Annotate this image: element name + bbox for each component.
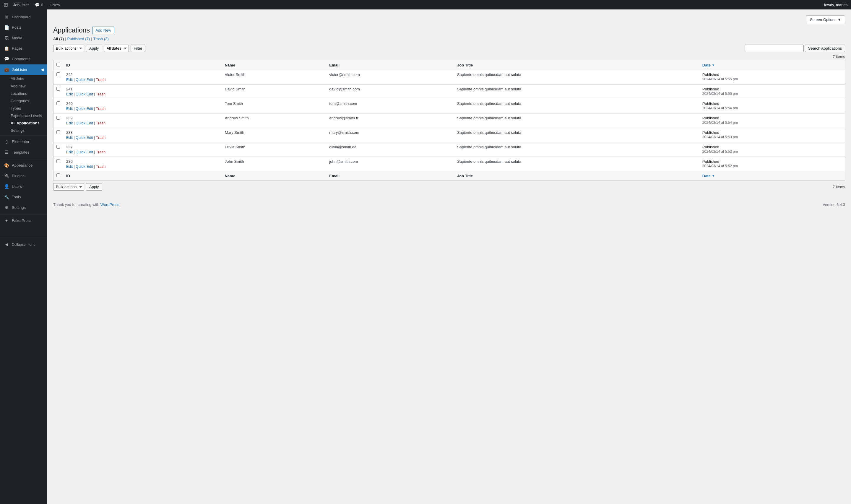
table-row: 239 Edit | Quick Edit | Trash Andrew Smi…: [53, 113, 845, 128]
trash-link[interactable]: Trash: [96, 121, 106, 125]
row-job-title-cell: Sapiente omnis quibusdam aut soluta: [454, 85, 700, 99]
row-name-cell: Andrew Smith: [222, 113, 327, 128]
add-new-button[interactable]: Add New: [92, 26, 114, 34]
sidebar-item-fakerpress[interactable]: ✦ FakerPress: [0, 216, 47, 226]
column-header-date[interactable]: Date ▼: [700, 60, 845, 70]
trash-link[interactable]: Trash: [96, 164, 106, 169]
comment-icon: 💬: [35, 3, 40, 7]
trash-link[interactable]: Trash: [96, 150, 106, 154]
column-header-name: Name: [222, 60, 327, 70]
submenu-item-categories[interactable]: Categories: [0, 97, 47, 105]
sidebar-item-posts[interactable]: 📄 Posts: [0, 22, 47, 33]
row-job-title: Sapiente omnis quibusdam aut soluta: [457, 130, 521, 135]
row-checkbox[interactable]: [56, 101, 60, 105]
submenu-item-settings[interactable]: Settings: [0, 127, 47, 134]
wp-logo-icon[interactable]: ⊞: [3, 1, 8, 8]
row-checkbox[interactable]: [56, 116, 60, 120]
sidebar-item-pages[interactable]: 📋 Pages: [0, 43, 47, 54]
quick-edit-link[interactable]: Quick Edit: [76, 150, 93, 154]
filter-published[interactable]: Published (7): [67, 37, 90, 41]
quick-edit-link[interactable]: Quick Edit: [76, 121, 93, 125]
row-status: Published: [702, 72, 719, 77]
submenu-item-all-applications[interactable]: All Applications: [0, 119, 47, 127]
submenu-item-locations[interactable]: Locations: [0, 90, 47, 97]
edit-link[interactable]: Edit: [66, 150, 73, 154]
quick-edit-link[interactable]: Quick Edit: [76, 77, 93, 82]
row-id: 242: [66, 72, 73, 77]
edit-link[interactable]: Edit: [66, 77, 73, 82]
edit-link[interactable]: Edit: [66, 121, 73, 125]
sidebar-item-tools[interactable]: 🔧 Tools: [0, 192, 47, 203]
main-content: Screen Options ▼ Applications Add New Al…: [47, 10, 851, 504]
sidebar-item-label: JobLister: [12, 67, 28, 72]
date-sort-link[interactable]: Date ▼: [702, 63, 842, 67]
collapse-menu-button[interactable]: ◀ Collapse menu: [0, 239, 47, 250]
sidebar-item-users[interactable]: 👤 Users: [0, 181, 47, 192]
sidebar-item-joblister[interactable]: 💼 JobLister ◀: [0, 65, 47, 75]
row-actions: Edit | Quick Edit | Trash: [66, 106, 219, 111]
quick-edit-link[interactable]: Quick Edit: [76, 135, 93, 140]
row-checkbox[interactable]: [56, 87, 60, 91]
bottom-toolbar: Bulk actions Apply 7 items: [53, 183, 845, 191]
sidebar-item-settings[interactable]: ⚙ Settings: [0, 202, 47, 213]
footer-left: Thank you for creating with WordPress.: [53, 202, 120, 207]
select-all-footer-checkbox[interactable]: [56, 174, 60, 177]
row-date-cell: Published 2024/03/14 at 5:55 pm: [700, 70, 845, 85]
submenu-item-all-jobs[interactable]: All Jobs: [0, 75, 47, 83]
row-job-title: Sapiente omnis quibusdam aut soluta: [457, 159, 521, 164]
row-checkbox[interactable]: [56, 145, 60, 149]
bulk-actions-top-select[interactable]: Bulk actions: [53, 44, 84, 52]
filter-trash[interactable]: Trash (3): [93, 37, 109, 41]
edit-link[interactable]: Edit: [66, 106, 73, 111]
row-id-cell: 237 Edit | Quick Edit | Trash: [63, 142, 222, 157]
row-checkbox[interactable]: [56, 130, 60, 134]
select-all-checkbox[interactable]: [56, 62, 60, 67]
apply-top-button[interactable]: Apply: [86, 44, 102, 52]
row-id: 238: [66, 130, 73, 135]
search-applications-button[interactable]: Search Applications: [805, 44, 845, 52]
footer-date-sort-link[interactable]: Date ▼: [702, 174, 842, 178]
edit-link[interactable]: Edit: [66, 92, 73, 96]
sidebar-item-media[interactable]: 🖼 Media: [0, 33, 47, 43]
footer-col-id: ID: [63, 171, 222, 181]
filter-button[interactable]: Filter: [131, 44, 146, 52]
submenu-item-experience-levels[interactable]: Experience Levels: [0, 112, 47, 119]
site-name[interactable]: JobLister: [10, 3, 32, 7]
quick-edit-link[interactable]: Quick Edit: [76, 106, 93, 111]
search-input[interactable]: [745, 44, 804, 52]
wordpress-link[interactable]: WordPress: [101, 202, 120, 207]
edit-link[interactable]: Edit: [66, 164, 73, 169]
quick-edit-link[interactable]: Quick Edit: [76, 92, 93, 96]
sidebar-item-templates[interactable]: ☰ Templates: [0, 147, 47, 158]
date-filter-select[interactable]: All dates: [104, 44, 129, 52]
submenu-item-types[interactable]: Types: [0, 105, 47, 112]
row-job-title-cell: Sapiente omnis quibusdam aut soluta: [454, 157, 700, 172]
apply-bottom-button[interactable]: Apply: [86, 183, 102, 191]
quick-edit-link[interactable]: Quick Edit: [76, 164, 93, 169]
sidebar-item-elementor[interactable]: ⬡ Elementor: [0, 137, 47, 147]
trash-link[interactable]: Trash: [96, 106, 106, 111]
filter-all[interactable]: All (7): [53, 37, 64, 41]
row-id-cell: 242 Edit | Quick Edit | Trash: [63, 70, 222, 85]
sidebar-item-appearance[interactable]: 🎨 Appearance: [0, 160, 47, 171]
trash-link[interactable]: Trash: [96, 135, 106, 140]
footer-col-date[interactable]: Date ▼: [700, 171, 845, 181]
trash-link[interactable]: Trash: [96, 92, 106, 96]
row-checkbox-cell: [53, 85, 64, 99]
sidebar-item-comments[interactable]: 💬 Comments: [0, 54, 47, 65]
row-checkbox[interactable]: [56, 159, 60, 163]
screen-options-button[interactable]: Screen Options ▼: [806, 15, 845, 24]
row-id: 240: [66, 101, 73, 106]
row-actions: Edit | Quick Edit | Trash: [66, 92, 219, 96]
row-checkbox[interactable]: [56, 72, 60, 76]
bulk-actions-bottom-select[interactable]: Bulk actions: [53, 183, 84, 191]
edit-link[interactable]: Edit: [66, 135, 73, 140]
trash-link[interactable]: Trash: [96, 77, 106, 82]
sidebar-item-plugins[interactable]: 🔌 Plugins: [0, 171, 47, 181]
comments-menu-item[interactable]: 💬 0: [32, 3, 46, 7]
sort-arrow-icon: ▼: [712, 64, 715, 67]
new-content-item[interactable]: + New: [46, 3, 63, 7]
sidebar-item-dashboard[interactable]: ⊞ Dashboard: [0, 12, 47, 22]
row-status: Published: [702, 159, 719, 164]
submenu-item-add-new[interactable]: Add new: [0, 83, 47, 90]
